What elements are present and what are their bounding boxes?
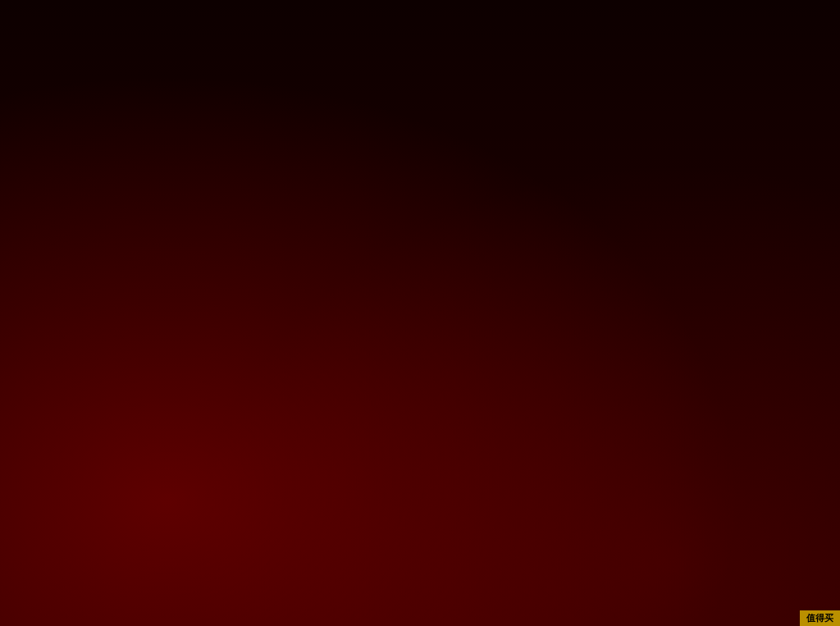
info-icon: i xyxy=(13,492,31,510)
hw-cooler-cell: Cooler 161 pts xyxy=(760,288,834,315)
header-logo: ROG UEFI BIOS Utility – Advanced Mode xyxy=(8,2,234,28)
toolbar-aura[interactable]: ★ AURA xyxy=(492,36,541,51)
pred-cache-heavy-value: 4838 MHz xyxy=(764,403,831,413)
setting-value-ia-vr: Auto xyxy=(466,387,663,410)
memtest-icon: M xyxy=(651,38,659,49)
toolbar-time: 00:28 xyxy=(7,35,48,52)
hw-frequency-value: 4600 MHz xyxy=(687,151,755,162)
pred-cache-for-label: Cache V req xyxy=(687,394,754,403)
setting-row-ia-dc: IA DC Load Line Auto xyxy=(0,218,676,251)
hw-cpu-memory-grid: Frequency 4600 MHz Temperature 34°C BCLK… xyxy=(677,135,840,255)
pred-cache-label-cell: Cache V req for 4600MHz 1.071 V @L4 xyxy=(683,391,757,423)
nav-tool[interactable]: Tool xyxy=(446,57,500,85)
setting-label-ia-soc: IA SoC Iccmax Reactive Protector xyxy=(13,327,466,339)
svg-text:ROG: ROG xyxy=(11,11,31,21)
dual-tau-dropdown[interactable]: Disabled ▼ xyxy=(466,158,663,180)
toolbar-qfan-label: Qfan Control xyxy=(258,38,314,49)
watermark: 值得买 xyxy=(800,610,840,626)
pred-ecore-label-cell: E-Core V for 3700MHz 1.019 V @L4 xyxy=(683,356,757,389)
pred-pcore-row: P-Core V for 5000MHz 1.221 V @L4 P-Core … xyxy=(677,318,840,354)
hw-frequency-label: Frequency xyxy=(687,142,755,151)
ia-vr-input[interactable]: Auto xyxy=(466,387,663,410)
setting-label-ia-dc: IA DC Load Line xyxy=(13,228,466,240)
current-short-duration-value: 253 Watt xyxy=(466,125,663,148)
hw-capacity-cell: Capacity 65536 MB xyxy=(760,225,834,252)
pred-pcore-freq-value: 5000MHz xyxy=(687,331,754,341)
toolbar-qfan[interactable]: 🌀 Qfan Control xyxy=(238,36,319,51)
toolbar-separator-5 xyxy=(421,35,422,52)
inverse-temp-arrow: ▼ xyxy=(647,361,655,370)
toolbar-memtest[interactable]: M MemTest86 xyxy=(646,36,718,51)
toolbar-date: 01/26/2024 xyxy=(7,26,48,35)
favorite-icon: ♥ xyxy=(162,38,167,49)
nav-advanced[interactable]: Advanced xyxy=(240,57,322,85)
dual-tau-arrow: ▼ xyxy=(647,164,655,173)
setting-value-cpu-svid: Auto ▼ xyxy=(466,453,663,476)
footer-ez-mode[interactable]: EzMode(F7) xyxy=(667,603,748,621)
hw-mc-volt-value: 1.208 V xyxy=(687,237,755,249)
short-duration-input[interactable]: Auto xyxy=(466,92,663,115)
nav-aitweaker[interactable]: Ai Tweaker xyxy=(152,57,241,87)
toolbar-resizebar[interactable]: ◻ ReSize BAR xyxy=(555,36,632,51)
sa-cep-dropdown[interactable]: Auto ▼ xyxy=(466,289,663,312)
toolbar-search[interactable]: ? Search xyxy=(428,36,478,51)
setting-row-short-duration: Short Duration Package Power Limit Auto xyxy=(0,87,676,120)
nav-main[interactable]: Main xyxy=(94,57,151,85)
setting-value-sa-cep: Auto ▼ xyxy=(466,289,663,312)
language-icon: 🌐 xyxy=(89,38,102,49)
footer-last-modified[interactable]: Last Modified xyxy=(582,603,667,621)
cpu-svid-dropdown[interactable]: Auto ▼ xyxy=(466,453,663,476)
footer-version: Version 2.21.1278 Copyright (C) 2022 AMI xyxy=(13,607,183,617)
cpu-memory-section-title: CPU/Memory xyxy=(677,113,840,135)
resize-icon: ◻ xyxy=(560,38,568,49)
footer-actions: Last Modified EzMode(F7) Hot Keys ? xyxy=(582,603,827,621)
toolbar-aioc[interactable]: ⚡ AI OC Guide xyxy=(333,36,414,51)
hw-core-voltage-label: Core Voltage xyxy=(763,171,831,180)
toolbar-myfavorite[interactable]: ♥ MyFavorite xyxy=(157,36,224,51)
inverse-temp-dropdown[interactable]: Auto ▼ xyxy=(466,354,663,377)
setting-row-sa-cep: SA CEP Enable Auto ▼ xyxy=(0,284,676,317)
pred-ecore-freq-value: 3700MHz xyxy=(687,367,754,377)
setting-value-dual-tau: Disabled ▼ xyxy=(466,158,663,180)
pred-pcore-for-label: P-Core V for xyxy=(687,322,754,331)
nav-boot[interactable]: Boot xyxy=(390,57,446,85)
toolbar-separator-2 xyxy=(149,35,150,52)
hw-temperature-label: Temperature xyxy=(763,142,831,151)
toolbar-separator-4 xyxy=(326,35,326,52)
setting-value-short-duration: Auto xyxy=(466,92,663,115)
pred-ecore-row: E-Core V for 3700MHz 1.019 V @L4 E-Core … xyxy=(677,354,840,391)
pred-cache-voltage-label: 1.071 V @L4 xyxy=(687,412,754,421)
pred-pcore-lightheavy-cell: P-Core Light/Heavy 5401/5266 xyxy=(760,320,834,353)
nav-exit[interactable]: Exit xyxy=(500,57,551,85)
setting-label-ia-vr: IA VR Voltage Limit xyxy=(13,392,466,404)
navbar: My Favorites Main Ai Tweaker Advanced Mo… xyxy=(0,57,840,87)
nav-myfavorites[interactable]: My Favorites xyxy=(0,57,94,85)
cpu-dlvr-dropdown[interactable]: Disabled ▼ xyxy=(466,420,663,443)
pred-cache-heavy-cell: Heavy Cache 4838 MHz xyxy=(760,391,834,423)
setting-row-inverse-temp: Inverse Temperature Dependency Throttle … xyxy=(0,350,676,382)
hw-capacity-label: Capacity xyxy=(763,228,831,237)
toolbar-aioc-label: AI OC Guide xyxy=(354,38,409,49)
pred-ecore-for-label: E-Core V for xyxy=(687,359,754,368)
ia-dc-input[interactable]: Auto xyxy=(466,223,663,246)
setting-row-current-short-duration: Current Short Duration Package Power Lim… xyxy=(0,120,676,153)
setting-label-sa-cep: SA CEP Enable xyxy=(13,294,466,306)
sa-cep-arrow: ▼ xyxy=(647,295,655,304)
toolbar-search-label: Search xyxy=(442,38,473,49)
hw-capacity-value: 65536 MB xyxy=(763,237,831,249)
toolbar-separator-8 xyxy=(638,35,639,52)
settings-gear-icon[interactable]: ⚙ xyxy=(53,37,64,50)
ai-icon: ⚡ xyxy=(338,38,350,49)
toolbar-separator-3 xyxy=(231,35,231,52)
ia-ac-input[interactable]: Auto xyxy=(466,190,663,213)
setting-row-ia-cep: IA CEP Enable Auto ▼ xyxy=(0,251,676,284)
setting-value-cpu-dlvr: Disabled ▼ xyxy=(466,420,663,443)
pred-ecore-lightheavy-cell: E-Core Light/Heavy 4464/4295 xyxy=(760,356,834,389)
toolbar-english[interactable]: 🌐 English xyxy=(84,36,142,51)
hw-ratio-cell: Ratio 46x xyxy=(683,196,758,223)
setting-row-ia-ac: IA AC Load Line Auto xyxy=(0,185,676,218)
ia-soc-dropdown[interactable]: Auto ▼ xyxy=(466,322,663,345)
nav-monitor[interactable]: Monitor xyxy=(322,57,390,85)
hw-prediction-grid: SP 80 Cooler 161 pts xyxy=(677,285,840,318)
ia-cep-dropdown[interactable]: Auto ▼ xyxy=(466,256,663,279)
